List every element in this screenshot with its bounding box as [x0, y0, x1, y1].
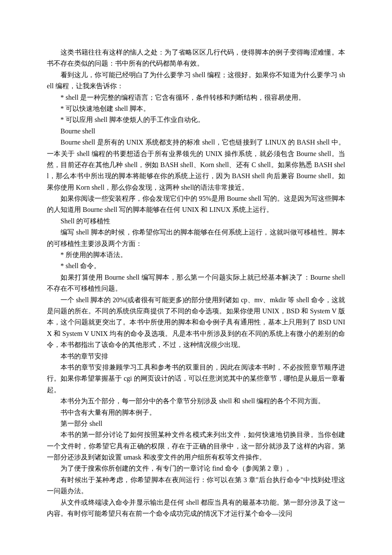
paragraph: 编写 shell 脚本的时候，你希望你写出的脚本能够在任何系统上运行，这就叫做可… — [47, 227, 345, 249]
paragraph: 一个 shell 脚本的 20%(或者很有可能更多)的部分使用到诸如 cp、mv… — [47, 295, 345, 351]
paragraph: 看到这儿，你可能已经明白了为什么要学习 shell 编程；这很好。如果你不知道为… — [47, 69, 345, 92]
section-heading-bourne-shell: Bourne shell — [47, 126, 345, 137]
paragraph: 如果你阅读一些安装程序，你会发现它们中的 95%是用 Bourne shell … — [47, 193, 345, 216]
section-heading-chapters: 本书的章节安排 — [47, 351, 345, 362]
list-item: * 可以快速地创建 shell 脚本。 — [47, 103, 345, 114]
section-heading-shell-portability: Shell 的可移植性 — [47, 216, 345, 227]
list-item: * 所使用的脚本语法。 — [47, 249, 345, 260]
paragraph: 有时候出于某种考虑，你希望脚本在夜间运行：你可以在第 3 章"后台执行命令"中找… — [47, 474, 345, 497]
paragraph: 本书的第一部分讨论了如何按照某种文件名模式来列出文件，如何快速地切换目录。当你创… — [47, 429, 345, 463]
paragraph: 这类书籍往往有这样的恼人之处：为了省略区区几行代码，使得脚本的例子变得晦涩难懂。… — [47, 47, 345, 69]
paragraph: 如果打算使用 Bourne shell 编写脚本，那么第一个问题实际上就已经基本… — [47, 272, 345, 295]
list-item: * shell 命令。 — [47, 260, 345, 272]
document-page: 这类书籍往往有这样的恼人之处：为了省略区区几行代码，使得脚本的例子变得晦涩难懂。… — [0, 0, 392, 555]
section-heading-part1: 第一部分 shell — [47, 418, 345, 429]
paragraph: 本书的章节安排兼顾学习工具和参考书的双重目的，因此在阅读本书时，不必按照章节顺序… — [47, 362, 345, 396]
paragraph: 从文件或终端读入命令并显示输出是任何 shell 都应当具有的最基本功能。第一部… — [47, 497, 345, 520]
paragraph: 本书分为五个部分，每一部分中的各个章节分别涉及 shell 和 shell 编程… — [47, 396, 345, 407]
paragraph: Bourne shell 是所有的 UNIX 系统都支持的标准 shell，它也… — [47, 137, 345, 193]
paragraph: 书中含有大量有用的脚本例子。 — [47, 407, 345, 418]
list-item: * shell 是一种完整的编程语言；它含有循环，条件转移和判断结构，很容易使用… — [47, 92, 345, 103]
list-item: * 可以应用 shell 脚本使烦人的手工作业自动化。 — [47, 114, 345, 125]
paragraph: 为了便于搜索你所创建的文件，有专门的一章讨论 find 命令（参阅第 2 章）。 — [47, 463, 345, 474]
